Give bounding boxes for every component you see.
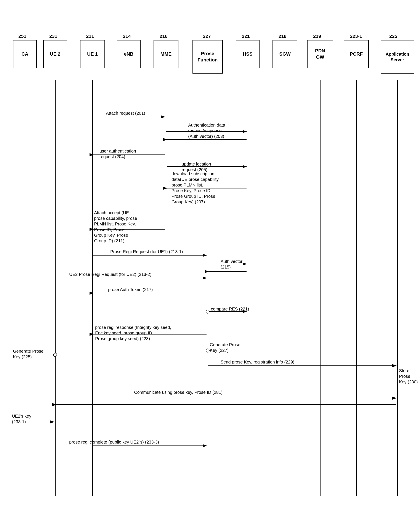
num-218: 218 <box>278 34 286 39</box>
label-msg215: Auth vector(215) <box>221 258 242 270</box>
entity-hss: HSS <box>236 40 260 68</box>
num-214: 214 <box>123 34 131 39</box>
label-msg204: user authenticationrequest (204) <box>99 148 136 159</box>
label-msg201: Attach request (201) <box>106 110 145 116</box>
label-msg213-1: Prose Regi Request (for UE1) (213-1) <box>110 249 183 255</box>
entity-ue2: UE 2 <box>43 40 67 68</box>
lifeline-appserver <box>397 80 398 496</box>
lifeline-ue1 <box>92 80 93 496</box>
label-msg233-3: prose regi complete (public key UE2"s) (… <box>69 439 159 445</box>
label-msg281: Communicate using prose key, Prose ID (2… <box>134 389 223 395</box>
arrows-svg <box>0 0 420 513</box>
lifeline-ue2 <box>55 80 56 496</box>
num-251: 251 <box>18 34 26 39</box>
num-223-1: 223-1 <box>350 34 362 39</box>
label-msg221: compare RES (221) <box>211 306 249 312</box>
label-msg213-2: UE2 Prose Regi Request (for UE2) (213-2) <box>69 272 151 277</box>
lifeline-ca <box>25 80 25 496</box>
num-231: 231 <box>49 34 57 39</box>
num-221: 221 <box>242 34 250 39</box>
lifeline-prose <box>208 80 208 496</box>
lifeline-hss <box>248 80 248 496</box>
label-msg203: Authentication datarequest/response(Auth… <box>188 122 225 139</box>
label-msg217: prose Auth Token (217) <box>108 287 153 292</box>
label-msg233-1: UE2's key(233-1) <box>12 413 31 424</box>
label-msg211: Attach accept (UEprose capability, prose… <box>94 210 137 244</box>
entity-ue1: UE 1 <box>80 40 105 68</box>
label-msg225: Generate ProseKey (225) <box>13 348 44 360</box>
entity-prose: Prose Function <box>193 40 223 74</box>
num-225: 225 <box>389 34 397 39</box>
lifeline-sgw <box>285 80 285 496</box>
sequence-diagram: 251 231 211 214 216 227 221 218 219 223-… <box>0 0 420 513</box>
entity-pdngw: PDN GW <box>307 40 333 68</box>
lifeline-pdngw <box>320 80 321 496</box>
num-219: 219 <box>313 34 321 39</box>
num-211: 211 <box>86 34 94 39</box>
label-msg230: Store ProseKey (230) <box>399 368 420 385</box>
label-msg229: Send prose Key, registration info (229) <box>221 359 294 365</box>
entity-sgw: SGW <box>272 40 297 68</box>
label-msg207: download subscriptiondata(UE prose capab… <box>172 171 219 205</box>
label-msg227: Generate ProseKey (227) <box>210 342 240 353</box>
entity-ca: CA <box>13 40 37 68</box>
label-msg223: prose regi response (Integrity key seed,… <box>95 324 171 341</box>
lifeline-pcrf <box>356 80 357 496</box>
num-216: 216 <box>160 34 168 39</box>
entity-mme: MME <box>154 40 178 68</box>
entity-enb: eNB <box>117 40 141 68</box>
num-227: 227 <box>203 34 211 39</box>
entity-appserver: Application Server <box>381 40 414 74</box>
entity-pcrf: PCRF <box>344 40 369 68</box>
lifeline-mme <box>166 80 166 496</box>
